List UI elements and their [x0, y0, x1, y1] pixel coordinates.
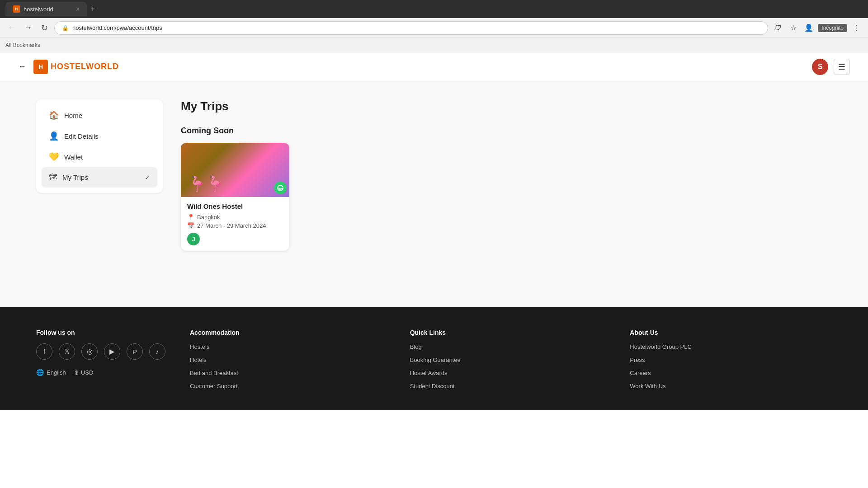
quick-links-title: Quick Links: [410, 329, 612, 336]
bookmarks-bar: All Bookmarks: [0, 38, 868, 52]
tab-favicon: H: [13, 5, 20, 13]
trip-card[interactable]: hw Wild Ones Hostel 📍 Bangkok 📅 27 March…: [181, 143, 289, 251]
svg-text:hw: hw: [278, 187, 283, 191]
header-left: ← H HOSTELWORLD: [18, 60, 119, 74]
hostel-badge: hw: [274, 182, 287, 194]
sidebar: 🏠 Home 👤 Edit Details 💛 Wallet 🗺 My Trip…: [36, 99, 163, 193]
sidebar-edit-label: Edit Details: [64, 132, 99, 140]
currency-label: USD: [81, 369, 93, 376]
home-icon: 🏠: [49, 110, 59, 120]
social-icons: f 𝕏 ◎ ▶ P ♪: [36, 343, 172, 360]
hamburger-menu-button[interactable]: ☰: [834, 59, 850, 75]
chevron-right-icon: ✓: [145, 174, 150, 181]
trip-name: Wild Ones Hostel: [187, 202, 283, 210]
footer-link-booking-guarantee[interactable]: Booking Guarantee: [410, 357, 612, 363]
globe-icon: 🌐: [36, 369, 44, 376]
footer-bottom: 🌐 English $ USD: [36, 369, 172, 376]
footer-link-hostels[interactable]: Hostels: [190, 343, 392, 350]
extensions-button[interactable]: ⋮: [850, 22, 863, 34]
back-arrow-icon: ←: [18, 62, 26, 71]
footer-grid: Follow us on f 𝕏 ◎ ▶ P ♪ 🌐 English $ USD: [36, 329, 832, 396]
map-icon: 🗺: [49, 173, 57, 182]
language-label: English: [47, 369, 66, 376]
profile-button[interactable]: 👤: [802, 22, 815, 34]
facebook-icon[interactable]: f: [36, 343, 52, 360]
url-text: hostelworld.com/pwa/account/trips: [72, 24, 162, 31]
toolbar-actions: 🛡 ☆ 👤 Incognito ⋮: [772, 22, 863, 34]
sidebar-home-label: Home: [64, 112, 82, 119]
youtube-icon[interactable]: ▶: [104, 343, 120, 360]
sidebar-item-edit-details[interactable]: 👤 Edit Details: [42, 126, 157, 146]
footer-link-student-discount[interactable]: Student Discount: [410, 383, 612, 389]
avatar-button[interactable]: S: [812, 59, 828, 75]
page-title: My Trips: [181, 99, 832, 113]
wallet-icon: 💛: [49, 152, 59, 162]
browser-tab[interactable]: H hostelworld ×: [5, 2, 87, 16]
main-content: 🏠 Home 👤 Edit Details 💛 Wallet 🗺 My Trip…: [0, 81, 868, 307]
currency-selector[interactable]: $ USD: [75, 369, 94, 376]
location-icon: 📍: [187, 214, 194, 221]
trip-card-body: Wild Ones Hostel 📍 Bangkok 📅 27 March - …: [181, 197, 289, 251]
logo[interactable]: H HOSTELWORLD: [33, 60, 119, 74]
pinterest-icon[interactable]: P: [127, 343, 143, 360]
calendar-icon: 📅: [187, 222, 194, 229]
tiktok-icon[interactable]: ♪: [149, 343, 165, 360]
sidebar-wallet-label: Wallet: [64, 153, 83, 161]
incognito-badge: Incognito: [818, 24, 847, 32]
footer-social-section: Follow us on f 𝕏 ◎ ▶ P ♪ 🌐 English $ USD: [36, 329, 172, 396]
logo-icon: H: [33, 60, 48, 74]
address-bar[interactable]: 🔒 hostelworld.com/pwa/account/trips: [54, 21, 768, 35]
trip-location: 📍 Bangkok: [187, 214, 283, 221]
person-icon: 👤: [49, 131, 59, 141]
footer-about-section: About Us Hostelworld Group PLC Press Car…: [630, 329, 832, 396]
footer-accommodation-section: Accommodation Hostels Hotels Bed and Bre…: [190, 329, 392, 396]
accommodation-title: Accommodation: [190, 329, 392, 336]
footer: Follow us on f 𝕏 ◎ ▶ P ♪ 🌐 English $ USD: [0, 307, 868, 410]
footer-link-hostel-awards[interactable]: Hostel Awards: [410, 370, 612, 376]
footer-link-careers[interactable]: Careers: [630, 370, 832, 376]
back-nav-button[interactable]: ←: [5, 22, 18, 34]
forward-nav-button[interactable]: →: [22, 22, 34, 34]
about-us-title: About Us: [630, 329, 832, 336]
footer-link-work-with-us[interactable]: Work With Us: [630, 383, 832, 389]
currency-icon: $: [75, 369, 78, 376]
new-tab-button[interactable]: +: [90, 5, 95, 14]
instagram-icon[interactable]: ◎: [81, 343, 98, 360]
footer-link-hotels[interactable]: Hotels: [190, 357, 392, 363]
footer-quick-links-section: Quick Links Blog Booking Guarantee Hoste…: [410, 329, 612, 396]
footer-link-bb[interactable]: Bed and Breakfast: [190, 370, 392, 376]
tab-title: hostelworld: [24, 6, 53, 13]
page-header: ← H HOSTELWORLD S ☰: [0, 52, 868, 81]
page-content: My Trips Coming Soon hw Wild Ones Hostel…: [181, 99, 832, 289]
trip-dates-text: 27 March - 29 March 2024: [197, 222, 266, 229]
refresh-button[interactable]: ↻: [38, 22, 51, 34]
back-button[interactable]: ←: [18, 62, 26, 71]
header-right: S ☰: [812, 59, 850, 75]
sidebar-item-home[interactable]: 🏠 Home: [42, 105, 157, 126]
trip-dates: 📅 27 March - 29 March 2024: [187, 222, 283, 229]
shield-icon-btn[interactable]: 🛡: [772, 22, 784, 34]
trip-avatar: J: [187, 233, 200, 245]
footer-link-blog[interactable]: Blog: [410, 343, 612, 350]
follow-us-label: Follow us on: [36, 329, 172, 336]
bookmarks-label: All Bookmarks: [5, 42, 40, 48]
browser-chrome: H hostelworld × +: [0, 0, 868, 18]
logo-text: HOSTELWORLD: [51, 62, 119, 71]
footer-link-customer-support[interactable]: Customer Support: [190, 383, 392, 389]
trip-location-text: Bangkok: [197, 214, 220, 221]
browser-toolbar: ← → ↻ 🔒 hostelworld.com/pwa/account/trip…: [0, 18, 868, 38]
language-selector[interactable]: 🌐 English: [36, 369, 66, 376]
trip-card-image: hw: [181, 143, 289, 197]
twitter-x-icon[interactable]: 𝕏: [59, 343, 75, 360]
bookmark-button[interactable]: ☆: [787, 22, 800, 34]
sidebar-item-wallet[interactable]: 💛 Wallet: [42, 146, 157, 167]
sidebar-item-my-trips[interactable]: 🗺 My Trips ✓: [42, 167, 157, 188]
footer-link-hostelworld-group[interactable]: Hostelworld Group PLC: [630, 343, 832, 350]
sidebar-trips-label: My Trips: [62, 174, 88, 181]
lock-icon: 🔒: [62, 25, 69, 31]
coming-soon-label: Coming Soon: [181, 126, 832, 136]
tab-close-button[interactable]: ×: [76, 5, 80, 13]
footer-link-press[interactable]: Press: [630, 357, 832, 363]
